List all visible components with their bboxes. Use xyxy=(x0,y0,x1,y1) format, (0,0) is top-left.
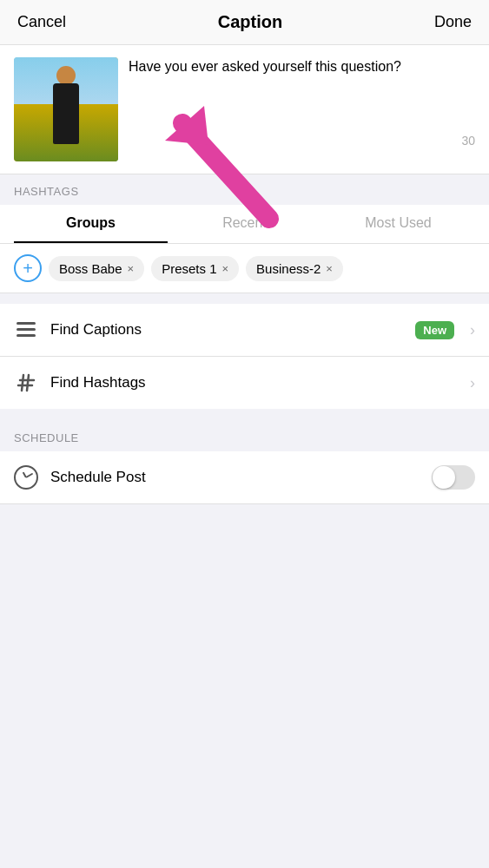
svg-rect-5 xyxy=(17,334,36,337)
cancel-button[interactable]: Cancel xyxy=(17,13,66,31)
chip-presets-1: Presets 1 × xyxy=(151,256,239,281)
chip-close-boss-babe[interactable]: × xyxy=(128,262,135,275)
find-hashtags-item[interactable]: Find Hashtags › xyxy=(0,357,489,409)
chip-label: Business-2 xyxy=(256,261,320,276)
svg-rect-3 xyxy=(17,322,36,325)
caption-area: Have you ever asked yourself this questi… xyxy=(0,45,489,174)
caption-text: Have you ever asked yourself this questi… xyxy=(129,57,475,127)
find-captions-item[interactable]: Find Captions New › xyxy=(0,304,489,357)
chip-label: Presets 1 xyxy=(162,261,216,276)
chip-boss-babe: Boss Babe × xyxy=(49,256,144,281)
header: Cancel Caption Done xyxy=(0,0,489,45)
find-captions-label: Find Captions xyxy=(50,321,403,339)
page-title: Caption xyxy=(218,12,282,32)
schedule-section-divider xyxy=(0,409,489,419)
tab-groups[interactable]: Groups xyxy=(14,205,168,243)
clock-icon xyxy=(14,465,38,490)
tab-most-used[interactable]: Most Used xyxy=(321,205,475,243)
new-badge: New xyxy=(415,321,454,339)
svg-line-8 xyxy=(22,375,23,391)
list-section: Find Captions New › Find Hashtags › xyxy=(0,304,489,409)
chevron-right-icon: › xyxy=(470,321,475,339)
lines-icon xyxy=(14,318,38,342)
done-button[interactable]: Done xyxy=(434,13,472,31)
chip-business-2: Business-2 × xyxy=(246,256,343,281)
schedule-post-label: Schedule Post xyxy=(50,469,420,486)
section-divider xyxy=(0,293,489,304)
svg-line-9 xyxy=(27,375,29,391)
post-thumbnail xyxy=(14,57,118,161)
hashtags-section-label: HASHTAGS xyxy=(0,174,489,205)
caption-text-area[interactable]: Have you ever asked yourself this questi… xyxy=(129,57,475,148)
schedule-toggle[interactable] xyxy=(432,465,475,490)
char-count: 30 xyxy=(461,134,475,148)
schedule-post-item: Schedule Post xyxy=(0,451,489,504)
toggle-knob xyxy=(433,466,455,489)
tab-recent[interactable]: Recent xyxy=(168,205,321,243)
hashtag-icon xyxy=(14,371,38,395)
hashtag-chips-row: + Boss Babe × Presets 1 × Business-2 × xyxy=(0,244,489,293)
schedule-section-label: SCHEDULE xyxy=(0,419,489,451)
add-hashtag-button[interactable]: + xyxy=(14,254,42,282)
svg-rect-4 xyxy=(17,328,36,331)
chip-close-business-2[interactable]: × xyxy=(326,262,333,275)
find-hashtags-label: Find Hashtags xyxy=(50,374,458,391)
chip-close-presets-1[interactable]: × xyxy=(222,262,229,275)
chip-label: Boss Babe xyxy=(59,261,122,276)
chevron-right-icon: › xyxy=(470,374,475,392)
tabs-bar: Groups Recent Most Used xyxy=(0,205,489,244)
